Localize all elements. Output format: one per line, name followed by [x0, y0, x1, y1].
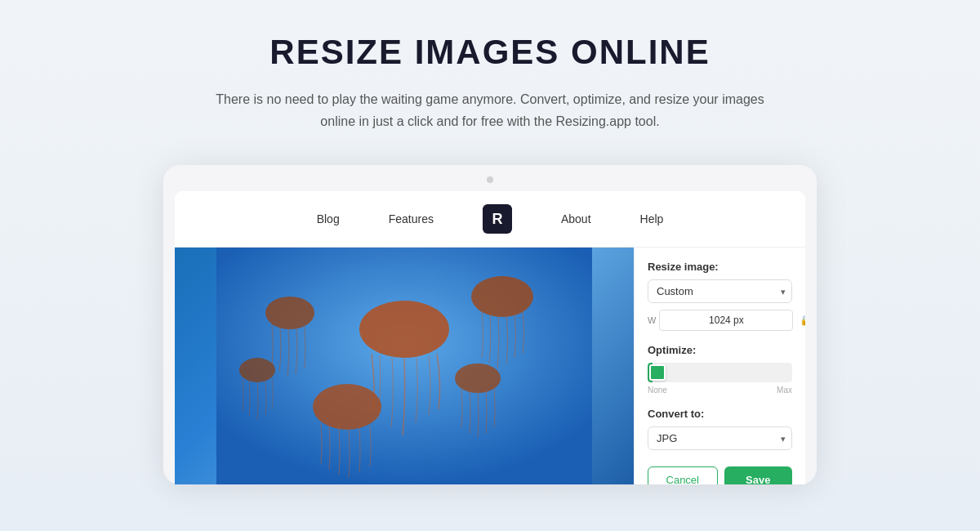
svg-point-3 — [265, 297, 314, 329]
convert-label: Convert to: — [648, 408, 792, 420]
optimize-label: Optimize: — [648, 344, 792, 356]
width-group: W — [648, 310, 793, 331]
width-input[interactable] — [659, 310, 793, 331]
resize-select-wrapper: Custom ▾ — [648, 279, 792, 303]
lock-icon: 🔒 — [798, 315, 805, 326]
sidebar-panel: Resize image: Custom ▾ W 🔒 — [634, 248, 805, 484]
jellyfish-photo — [175, 248, 634, 484]
app-content: Resize image: Custom ▾ W 🔒 — [175, 248, 805, 484]
hero-subtitle: There is no need to play the waiting gam… — [212, 88, 768, 132]
dimension-row: W 🔒 H — [648, 310, 792, 331]
svg-point-4 — [313, 384, 381, 430]
slider-max-label: Max — [777, 386, 792, 395]
nav-link-blog[interactable]: Blog — [317, 212, 340, 225]
slider-thumb[interactable] — [649, 364, 666, 381]
svg-point-2 — [471, 276, 533, 317]
convert-select[interactable]: JPG — [648, 426, 792, 450]
image-preview — [175, 248, 634, 484]
convert-section: Convert to: JPG ▾ — [648, 408, 792, 450]
slider-min-label: None — [648, 386, 667, 395]
device-screen: Blog Features R About Help — [175, 191, 805, 484]
svg-point-5 — [239, 358, 275, 382]
optimize-slider-track[interactable] — [648, 363, 792, 382]
slider-labels: None Max — [648, 386, 792, 395]
nav-logo[interactable]: R — [483, 204, 512, 234]
save-button[interactable]: Save — [724, 466, 793, 484]
cancel-button[interactable]: Cancel — [648, 466, 718, 484]
resize-section: Resize image: Custom ▾ W 🔒 — [648, 261, 792, 331]
convert-select-wrapper: JPG ▾ — [648, 426, 792, 450]
nav-bar: Blog Features R About Help — [175, 191, 805, 248]
width-label: W — [648, 315, 656, 325]
device-mockup: Blog Features R About Help — [163, 165, 817, 484]
action-buttons: Cancel Save — [648, 466, 792, 484]
svg-point-1 — [359, 301, 449, 358]
resize-select[interactable]: Custom — [648, 279, 792, 303]
device-camera — [487, 176, 493, 183]
page-title: RESIZE IMAGES ONLINE — [270, 33, 710, 72]
nav-link-about[interactable]: About — [561, 212, 591, 225]
nav-link-features[interactable]: Features — [389, 212, 434, 225]
resize-label: Resize image: — [648, 261, 792, 273]
optimize-slider-wrapper: None Max — [648, 363, 792, 395]
optimize-section: Optimize: None Max — [648, 344, 792, 395]
nav-link-help[interactable]: Help — [640, 212, 664, 225]
